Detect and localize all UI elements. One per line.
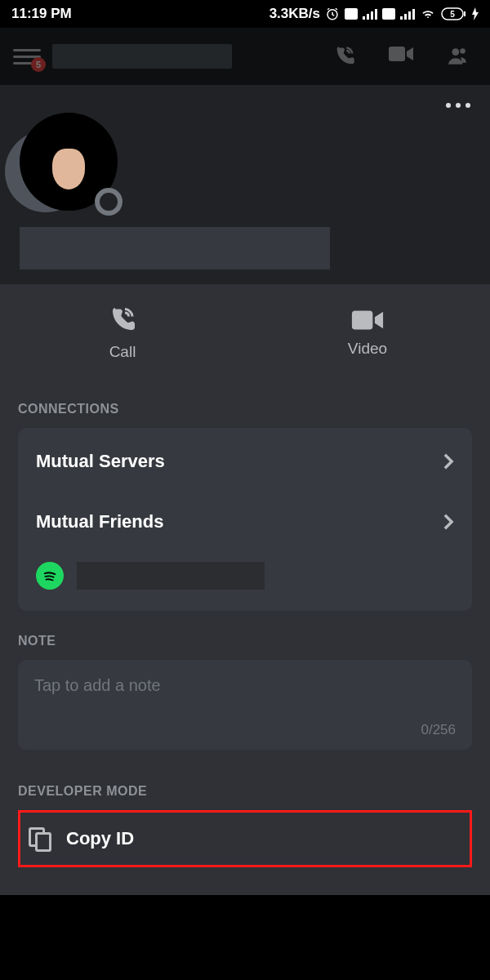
video-call-icon[interactable] [389,45,413,63]
spotify-icon [36,562,64,590]
battery-icon: 5 [441,7,467,20]
members-icon[interactable] [446,45,469,66]
svg-point-16 [460,48,466,54]
svg-rect-2 [363,16,365,20]
volte-icon [345,8,358,20]
signal-icon-1 [363,8,377,20]
call-icon [108,305,137,335]
connections-header: CONNECTIONS [18,402,472,416]
status-bar: 11:19 PM 3.3KB/s 5 [0,0,490,28]
action-row: Call Video [0,284,490,382]
charging-icon [472,7,479,20]
note-header: NOTE [18,634,472,648]
svg-rect-1 [345,8,358,20]
note-placeholder: Tap to add a note [34,676,456,695]
svg-rect-13 [464,11,466,16]
chevron-right-icon [443,513,454,531]
svg-rect-9 [408,11,411,20]
note-section: NOTE Tap to add a note 0/256 [0,626,490,764]
signal-icon-2 [400,8,415,20]
volte-icon-2 [382,8,395,20]
note-input[interactable]: Tap to add a note 0/256 [18,660,472,750]
notification-badge: 5 [31,57,46,72]
svg-text:5: 5 [450,10,455,19]
svg-rect-14 [389,47,405,61]
copy-icon [29,827,51,850]
video-icon [351,309,384,332]
more-options-button[interactable] [446,103,470,108]
call-label: Call [109,343,136,361]
chevron-right-icon [443,452,454,470]
video-button[interactable]: Video [245,284,490,382]
profile-header [0,85,490,284]
user-avatar[interactable] [20,113,118,211]
username-redacted [20,227,330,270]
note-counter: 0/256 [421,722,456,738]
channel-name-redacted [52,44,232,69]
mutual-friends-row[interactable]: Mutual Friends [18,492,472,552]
voice-call-icon[interactable] [333,45,356,68]
svg-rect-17 [352,311,372,330]
video-label: Video [348,340,387,358]
status-indicator-offline [95,188,122,216]
menu-button[interactable]: 5 [13,44,41,69]
status-netspeed: 3.3KB/s [270,6,320,22]
alarm-icon [325,7,340,21]
svg-rect-3 [367,14,369,20]
spotify-username-redacted [77,562,265,590]
developer-header: DEVELOPER MODE [18,784,472,799]
connections-card: Mutual Servers Mutual Friends [18,428,472,611]
svg-rect-6 [382,8,395,20]
mutual-servers-label: Mutual Servers [36,451,165,472]
svg-rect-8 [404,14,407,20]
call-button[interactable]: Call [0,284,245,382]
mutual-friends-label: Mutual Friends [36,511,163,532]
copy-id-button[interactable]: Copy ID [18,810,472,867]
svg-rect-10 [412,9,415,20]
wifi-icon [420,7,436,20]
svg-point-15 [452,48,460,56]
svg-rect-7 [400,16,403,20]
top-bar: 5 [0,28,490,85]
mutual-servers-row[interactable]: Mutual Servers [18,431,472,492]
copy-id-label: Copy ID [66,828,134,849]
svg-rect-5 [375,9,377,20]
status-time: 11:19 PM [11,6,72,22]
spotify-connection-row[interactable] [18,552,472,608]
connections-section: CONNECTIONS Mutual Servers Mutual Friend… [0,382,490,626]
svg-rect-4 [371,11,373,20]
developer-section: DEVELOPER MODE Copy ID [0,764,490,895]
